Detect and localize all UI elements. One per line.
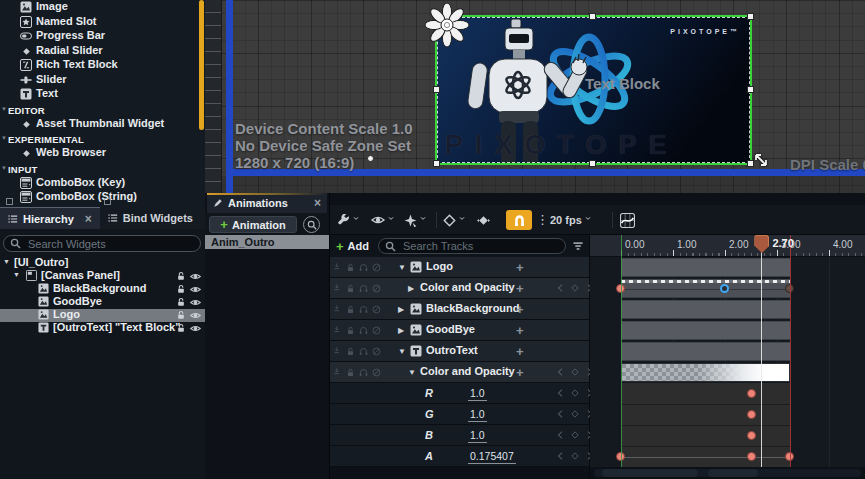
section-bar-blackbackground[interactable] <box>621 300 790 319</box>
previous-key-icon[interactable] <box>556 430 566 440</box>
palette-item-radial-slider[interactable]: Radial Slider <box>0 44 205 59</box>
previous-key-icon[interactable] <box>556 409 566 419</box>
visibility-eye-icon[interactable] <box>190 284 201 295</box>
palette-item-named-slot[interactable]: Named Slot <box>0 15 205 30</box>
track-row-logo[interactable]: ▼Logo+ <box>330 257 589 278</box>
time-ruler[interactable]: 0.001.002.003.004.00 <box>590 235 865 257</box>
add-section-button[interactable]: + <box>516 281 524 296</box>
pin-icon[interactable] <box>333 368 342 377</box>
playhead-line[interactable] <box>761 251 762 467</box>
previous-key-icon[interactable] <box>556 451 566 461</box>
previous-key-icon[interactable] <box>556 388 566 398</box>
lock-icon[interactable] <box>346 263 355 272</box>
pivot-dot[interactable] <box>367 155 374 162</box>
timeline-area[interactable]: 0.001.002.003.004.00 2.70 <box>590 235 865 479</box>
resize-handle[interactable] <box>747 13 754 20</box>
view-options-button[interactable] <box>371 210 396 230</box>
palette-item-text[interactable]: Text <box>0 87 205 102</box>
hierarchy-row-outrotext-text-block[interactable]: [OutroText] "Text Block" <box>0 322 205 335</box>
lock-icon[interactable] <box>346 326 355 335</box>
track-row-blackbackground[interactable]: ▶BlackBackground+ <box>330 299 589 320</box>
pin-icon[interactable] <box>333 263 342 272</box>
keyframe-options-button[interactable] <box>404 210 428 230</box>
lock-icon[interactable] <box>176 297 186 307</box>
pin-icon[interactable] <box>333 284 342 293</box>
resize-handle[interactable] <box>433 160 440 167</box>
lock-icon[interactable] <box>176 310 186 320</box>
add-key-icon[interactable] <box>570 430 580 440</box>
search-widgets-input[interactable] <box>26 237 194 251</box>
key-all-button[interactable] <box>477 210 490 230</box>
text-block-widget[interactable]: Text Block <box>585 75 660 92</box>
lock-icon[interactable] <box>176 323 186 333</box>
lock-icon[interactable] <box>176 271 186 281</box>
track-row-color-and-opacity[interactable]: ▶Color and Opacity+ <box>330 278 589 299</box>
search-tracks-box[interactable] <box>378 238 566 254</box>
add-key-icon[interactable] <box>570 388 580 398</box>
section-bar-logo[interactable] <box>621 258 790 277</box>
track-row-color-and-opacity[interactable]: ▼Color and Opacity+ <box>330 362 589 383</box>
lock-icon[interactable] <box>346 347 355 356</box>
channel-row-g[interactable]: G1.0 <box>330 404 589 425</box>
pin-icon[interactable] <box>333 305 342 314</box>
phones-icon[interactable] <box>359 284 368 293</box>
tab-animations[interactable]: Animations × <box>207 193 327 213</box>
palette-footer-checkbox[interactable] <box>6 198 13 205</box>
resize-handle[interactable] <box>433 86 440 93</box>
keyframe-salmon[interactable] <box>747 410 756 419</box>
section-bar-outrotext[interactable] <box>621 342 790 361</box>
previous-key-icon[interactable] <box>556 367 566 377</box>
channel-row-r[interactable]: R1.0 <box>330 383 589 404</box>
expander-arrow[interactable]: ▶ <box>398 326 404 335</box>
playback-start-marker[interactable] <box>621 235 622 467</box>
anchor-medallion-icon[interactable] <box>424 1 470 49</box>
timeline-scrollbar[interactable] <box>590 467 865 479</box>
palette-item-image[interactable]: Image <box>0 0 205 15</box>
track-row-goodbye[interactable]: ▶GoodBye+ <box>330 320 589 341</box>
track-row-outrotext[interactable]: ▼OutroText+ <box>330 341 589 362</box>
keyframe-salmon[interactable] <box>747 452 756 461</box>
palette-item-progress-bar[interactable]: Progress Bar <box>0 29 205 44</box>
slash-icon[interactable] <box>372 368 381 377</box>
expander-arrow[interactable]: ▶ <box>408 284 414 293</box>
palette-item-web-browser[interactable]: Web Browser <box>0 146 205 161</box>
add-section-button[interactable]: + <box>516 260 524 275</box>
expander-arrow[interactable]: ▼ <box>398 263 406 272</box>
keyframe-selected[interactable] <box>720 284 729 293</box>
hierarchy-row-goodbye[interactable]: GoodBye <box>0 296 205 309</box>
slash-icon[interactable] <box>372 305 381 314</box>
slash-icon[interactable] <box>372 347 381 356</box>
palette-item-combobox-key[interactable]: ComboBox (Key) <box>0 176 205 191</box>
channel-value[interactable]: 1.0 <box>468 408 487 422</box>
close-icon[interactable]: × <box>314 196 321 210</box>
lock-icon[interactable] <box>346 305 355 314</box>
expander-arrow[interactable]: ▼ <box>408 368 416 377</box>
add-key-icon[interactable] <box>570 409 580 419</box>
slash-icon[interactable] <box>372 326 381 335</box>
channel-value[interactable]: 0.175407 <box>468 450 516 464</box>
add-key-icon[interactable] <box>570 451 580 461</box>
snap-options-dots[interactable]: ⋮ <box>536 210 549 230</box>
lock-icon[interactable] <box>346 368 355 377</box>
add-section-button[interactable]: + <box>516 302 524 317</box>
channel-row-a[interactable]: A0.175407 <box>330 446 589 467</box>
phones-icon[interactable] <box>359 305 368 314</box>
visibility-eye-icon[interactable] <box>190 271 201 282</box>
close-icon[interactable]: × <box>85 212 92 226</box>
palette-item-slider[interactable]: Slider <box>0 73 205 88</box>
palette-item-rich-text-block[interactable]: Rich Text Block <box>0 58 205 73</box>
animation-search-button[interactable] <box>303 216 320 233</box>
palette-footer-checkbox[interactable] <box>104 198 111 205</box>
visibility-eye-icon[interactable] <box>190 310 201 321</box>
phones-icon[interactable] <box>359 326 368 335</box>
animation-item-anim-outro[interactable]: Anim_Outro <box>205 235 329 249</box>
phones-icon[interactable] <box>359 368 368 377</box>
filter-icon[interactable] <box>573 241 584 252</box>
phones-icon[interactable] <box>359 263 368 272</box>
add-section-button[interactable]: + <box>516 365 524 380</box>
resize-handle[interactable] <box>747 86 754 93</box>
palette-scrollbar[interactable] <box>199 0 204 130</box>
tab-hierarchy[interactable]: Hierarchy × <box>0 207 100 229</box>
selected-image-widget[interactable]: PIXOTOPE™ Text Block PIXOTOPE <box>435 15 752 165</box>
channel-value[interactable]: 1.0 <box>468 387 487 401</box>
